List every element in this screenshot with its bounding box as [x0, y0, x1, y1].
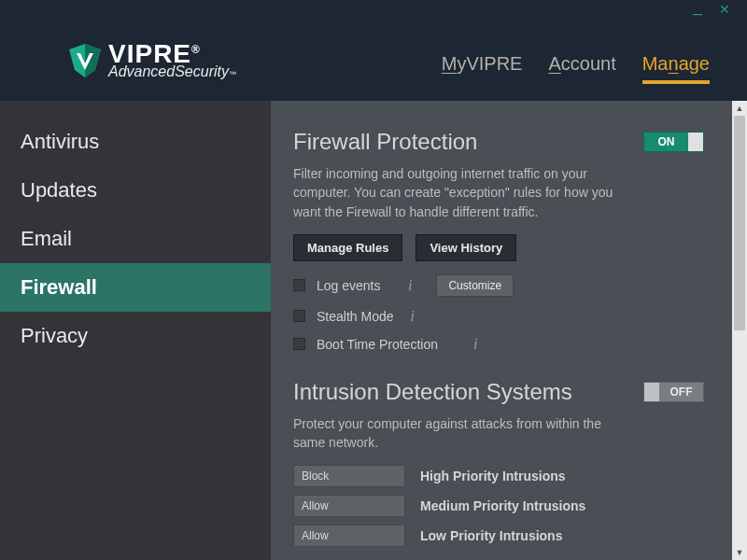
- stealth-mode-checkbox[interactable]: [293, 310, 305, 322]
- high-priority-select[interactable]: Block: [293, 465, 405, 487]
- stealth-mode-label: Stealth Mode: [317, 309, 394, 324]
- content: Firewall Protection ON Filter incoming a…: [271, 101, 732, 560]
- firewall-section: Firewall Protection ON Filter incoming a…: [293, 129, 704, 353]
- ids-desc: Protect your computer against attacks fr…: [293, 414, 629, 453]
- medium-priority-label: Medium Priority Intrusions: [420, 498, 585, 513]
- medium-priority-select[interactable]: Allow: [293, 495, 405, 517]
- content-area: Firewall Protection ON Filter incoming a…: [271, 101, 747, 560]
- sidebar-item-updates[interactable]: Updates: [0, 166, 271, 215]
- scroll-thumb[interactable]: [734, 116, 745, 330]
- high-priority-label: High Priority Intrusions: [420, 469, 566, 483]
- info-icon[interactable]: i: [473, 336, 477, 353]
- firewall-toggle[interactable]: ON: [643, 132, 704, 152]
- ids-title: Intrusion Detection Systems: [293, 379, 572, 405]
- scrollbar[interactable]: ▲ ▼: [732, 101, 747, 560]
- scroll-down-icon[interactable]: ▼: [732, 545, 747, 560]
- close-icon[interactable]: ✕: [719, 2, 730, 17]
- shield-icon: [65, 40, 105, 79]
- tab-manage[interactable]: Manage: [642, 53, 710, 84]
- header: VIPRE® AdvancedSecurity™ MyVIPRE Account…: [0, 19, 747, 101]
- log-events-checkbox[interactable]: [293, 279, 305, 291]
- customize-button[interactable]: Customize: [436, 274, 514, 297]
- body: Antivirus Updates Email Firewall Privacy…: [0, 101, 747, 560]
- tab-account[interactable]: Account: [548, 53, 615, 84]
- brand-logo: VIPRE® AdvancedSecurity™: [65, 39, 236, 80]
- brand-tagline: AdvancedSecurity™: [108, 63, 236, 80]
- manage-rules-button[interactable]: Manage Rules: [293, 234, 402, 261]
- ids-section: Intrusion Detection Systems OFF Protect …: [293, 379, 704, 548]
- sidebar-item-antivirus[interactable]: Antivirus: [0, 118, 271, 166]
- boot-time-label: Boot Time Protection: [317, 337, 457, 352]
- app-window: _ ✕ VIPRE® AdvancedSecurity™ MyVIPRE Acc…: [0, 0, 747, 560]
- sidebar: Antivirus Updates Email Firewall Privacy: [0, 101, 271, 560]
- low-priority-label: Low Priority Intrusions: [420, 528, 562, 543]
- boot-time-checkbox[interactable]: [293, 338, 305, 350]
- sidebar-item-email[interactable]: Email: [0, 215, 271, 263]
- sidebar-item-privacy[interactable]: Privacy: [0, 312, 271, 360]
- ids-toggle[interactable]: OFF: [643, 382, 704, 402]
- info-icon[interactable]: i: [408, 277, 412, 294]
- view-history-button[interactable]: View History: [416, 234, 516, 261]
- titlebar: _ ✕: [0, 0, 747, 19]
- low-priority-select[interactable]: Allow: [293, 525, 405, 547]
- firewall-title: Firewall Protection: [293, 129, 477, 155]
- info-icon[interactable]: i: [411, 308, 415, 325]
- nav-tabs: MyVIPRE Account Manage: [442, 19, 710, 101]
- log-events-label: Log events: [317, 278, 391, 293]
- sidebar-item-firewall[interactable]: Firewall: [0, 263, 271, 312]
- tab-myvipre[interactable]: MyVIPRE: [442, 53, 523, 84]
- scroll-up-icon[interactable]: ▲: [732, 101, 747, 116]
- firewall-desc: Filter incoming and outgoing internet tr…: [293, 164, 629, 221]
